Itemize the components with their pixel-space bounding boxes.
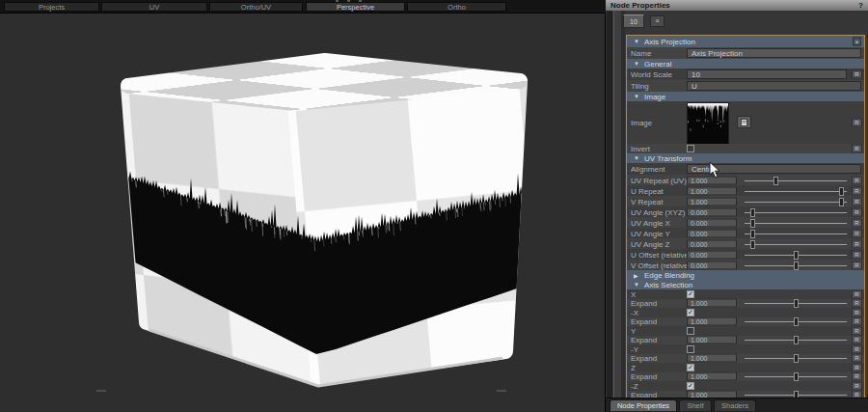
slider-track[interactable]	[745, 358, 847, 359]
section-header-uv-transform[interactable]: ▼UV Transform	[627, 153, 864, 163]
bottom-tab-shaders[interactable]: Shaders	[714, 399, 756, 411]
reset-button[interactable]: R	[852, 176, 862, 184]
viewport-tab-ortho[interactable]: Ortho	[407, 2, 506, 12]
slider-track[interactable]	[745, 180, 847, 181]
reset-button[interactable]: R	[852, 70, 862, 79]
section-header-general[interactable]: ▼General	[627, 59, 864, 69]
value-field[interactable]: 0.000	[687, 261, 737, 269]
viewport-tab-perspective[interactable]: Perspective	[306, 2, 405, 12]
close-icon[interactable]: ×	[853, 38, 861, 46]
slider-thumb[interactable]	[794, 354, 799, 363]
group-header-axis-projection[interactable]: ▼Axis Projection×	[627, 36, 864, 47]
section-header-edge-blending[interactable]: ▶Edge Blending	[627, 270, 864, 280]
reset-button[interactable]: R	[852, 197, 862, 206]
slider-track[interactable]	[745, 303, 847, 304]
checkbox-z[interactable]: ✓	[687, 364, 694, 371]
slider-track[interactable]	[745, 395, 847, 396]
reset-button[interactable]: R	[852, 218, 862, 227]
value-field[interactable]: 0.000	[687, 229, 737, 237]
reset-button[interactable]: R	[852, 344, 862, 353]
slider-track[interactable]	[745, 244, 847, 245]
reset-button[interactable]: R	[852, 289, 862, 298]
slider-thumb[interactable]	[750, 208, 755, 217]
reset-button[interactable]: R	[852, 363, 862, 371]
reset-button[interactable]: R	[852, 250, 862, 259]
slider-thumb[interactable]	[794, 372, 799, 381]
viewport-tab-projects[interactable]: Projects	[4, 2, 99, 12]
slider-thumb[interactable]	[794, 251, 799, 260]
reset-button[interactable]: R	[852, 326, 862, 335]
slider-thumb[interactable]	[839, 198, 844, 206]
slider-track[interactable]	[745, 191, 847, 192]
slider-thumb[interactable]	[750, 240, 755, 249]
reset-button[interactable]: R	[852, 372, 862, 381]
help-icon[interactable]: ?	[858, 0, 863, 11]
image-thumbnail-wrap[interactable]	[687, 102, 729, 145]
panel-title-bar[interactable]: Node Properties ?	[606, 0, 868, 11]
checkbox-x[interactable]: ✓	[687, 309, 694, 316]
dropdown-tiling[interactable]: U	[687, 81, 861, 91]
value-field[interactable]: 1.000	[687, 317, 737, 326]
reset-button[interactable]: R	[852, 239, 862, 248]
reset-button[interactable]: R	[852, 186, 862, 195]
reset-button[interactable]: R	[852, 207, 862, 216]
world-scale-input[interactable]: 10	[687, 69, 847, 79]
reset-button[interactable]: R	[852, 317, 862, 326]
slider-track[interactable]	[745, 340, 847, 341]
checkbox-y[interactable]	[687, 327, 694, 335]
value-field[interactable]: 1.000	[687, 186, 737, 195]
load-image-button[interactable]	[737, 116, 751, 128]
value-field[interactable]: 1.000	[687, 354, 737, 363]
slider-thumb[interactable]	[750, 230, 755, 238]
name-input[interactable]: Axis Projection	[687, 48, 861, 58]
reset-button[interactable]: R	[852, 229, 862, 237]
value-field[interactable]: 1.000	[687, 197, 737, 206]
slider-thumb[interactable]	[750, 219, 755, 228]
slider-thumb[interactable]	[839, 187, 844, 196]
bottom-tab-shelf[interactable]: Shelf	[679, 399, 712, 411]
value-field[interactable]: 0.000	[687, 250, 737, 259]
viewport-3d[interactable]: ProjectsUVOrtho/UVPerspectiveOrtho	[0, 0, 606, 412]
checkbox-x[interactable]: ✓	[687, 290, 694, 298]
slider-track[interactable]	[745, 376, 847, 377]
value-field[interactable]: 0.000	[687, 239, 737, 248]
value-field[interactable]: 0.000	[687, 218, 737, 227]
slider-track[interactable]	[745, 265, 847, 266]
reset-button[interactable]: R	[852, 299, 862, 308]
reset-button[interactable]: R	[852, 336, 862, 344]
section-header-axis-selection[interactable]: ▼Axis Selection	[627, 280, 864, 289]
value-field[interactable]: 0.000	[687, 207, 737, 216]
slider-track[interactable]	[745, 212, 847, 213]
panel-scrollbar[interactable]	[613, 11, 621, 398]
slider-thumb[interactable]	[794, 317, 799, 326]
section-header-image[interactable]: ▼Image	[627, 92, 864, 101]
viewport-tab-uv[interactable]: UV	[101, 2, 207, 12]
slider-thumb[interactable]	[794, 261, 799, 270]
reset-button[interactable]: R	[852, 308, 862, 316]
value-field[interactable]: 1.000	[687, 372, 737, 381]
checkbox-y[interactable]	[687, 345, 694, 353]
slider-track[interactable]	[745, 202, 847, 203]
property-row-invert-7: InvertR	[627, 144, 864, 153]
pinned-node-tab[interactable]: 10	[623, 14, 644, 28]
close-node-tab-button[interactable]: ×	[650, 15, 665, 27]
value-field[interactable]: 1.000	[687, 336, 737, 344]
slider-thumb[interactable]	[773, 177, 778, 185]
reset-button[interactable]: R	[852, 381, 862, 390]
slider-thumb[interactable]	[794, 336, 799, 344]
reset-button[interactable]: R	[852, 261, 862, 269]
checkbox-invert[interactable]	[687, 145, 694, 152]
reset-button[interactable]: R	[852, 145, 862, 153]
reset-button[interactable]: R	[852, 119, 862, 127]
value-field[interactable]: 1.000	[687, 299, 737, 308]
projection-image-thumbnail[interactable]	[688, 103, 728, 144]
slider-thumb[interactable]	[794, 299, 799, 308]
slider-track[interactable]	[745, 255, 847, 256]
slider-track[interactable]	[745, 321, 847, 322]
viewport-tab-ortho-uv[interactable]: Ortho/UV	[209, 2, 303, 12]
slider-track[interactable]	[745, 223, 847, 224]
slider-track[interactable]	[745, 233, 847, 234]
bottom-tab-node-properties[interactable]: Node Properties	[610, 399, 677, 411]
checkbox-z[interactable]: ✓	[687, 382, 694, 390]
reset-button[interactable]: R	[852, 354, 862, 363]
